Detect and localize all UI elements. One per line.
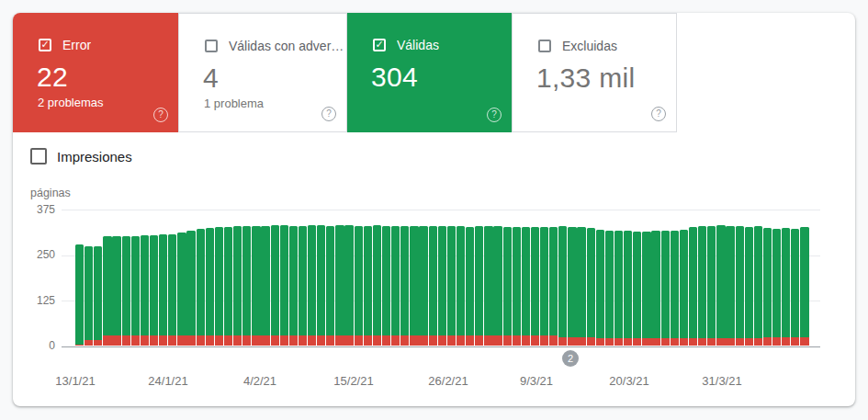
bar-error-segment[interactable] (466, 335, 474, 346)
bar-error-segment[interactable] (503, 335, 512, 346)
bar-error-segment[interactable] (186, 335, 195, 346)
bar-error-segment[interactable] (150, 335, 158, 346)
bar-valid-segment[interactable] (791, 229, 799, 338)
bar-valid-segment[interactable] (745, 227, 753, 338)
bar-valid-segment[interactable] (94, 246, 102, 340)
bar-valid-segment[interactable] (75, 244, 84, 345)
bar-valid-segment[interactable] (429, 226, 437, 335)
bar-valid-segment[interactable] (661, 231, 670, 338)
bar-error-segment[interactable] (159, 335, 167, 346)
checkbox-warning-icon[interactable] (205, 40, 218, 52)
bar-valid-segment[interactable] (614, 231, 623, 338)
status-card-excluded[interactable]: Excluidas 1,33 mil ? (512, 13, 677, 132)
bar-valid-segment[interactable] (122, 236, 130, 335)
bar-valid-segment[interactable] (596, 230, 604, 338)
bar-valid-segment[interactable] (410, 226, 418, 336)
help-icon[interactable]: ? (651, 107, 666, 121)
bar-valid-segment[interactable] (85, 246, 93, 340)
bar-valid-segment[interactable] (800, 227, 808, 337)
bar-valid-segment[interactable] (159, 234, 167, 335)
bar-error-segment[interactable] (75, 345, 84, 346)
bar-error-segment[interactable] (531, 335, 539, 346)
bar-valid-segment[interactable] (373, 225, 381, 335)
bar-error-segment[interactable] (689, 338, 697, 346)
bar-valid-segment[interactable] (466, 227, 474, 336)
bar-valid-segment[interactable] (642, 232, 650, 338)
bar-error-segment[interactable] (558, 337, 567, 346)
bar-error-segment[interactable] (326, 335, 334, 346)
bar-valid-segment[interactable] (671, 231, 679, 338)
bar-valid-segment[interactable] (484, 226, 492, 336)
bar-valid-segment[interactable] (438, 226, 446, 336)
bar-valid-segment[interactable] (689, 227, 697, 338)
bar-error-segment[interactable] (242, 335, 251, 346)
bar-error-segment[interactable] (642, 338, 650, 346)
bar-error-segment[interactable] (763, 337, 772, 346)
bar-valid-segment[interactable] (513, 227, 521, 335)
bar-valid-segment[interactable] (577, 227, 585, 337)
impressions-toggle[interactable]: Impresiones (30, 148, 132, 165)
bar-valid-segment[interactable] (624, 231, 632, 337)
bar-error-segment[interactable] (373, 335, 381, 346)
bar-valid-segment[interactable] (707, 226, 716, 338)
bar-valid-segment[interactable] (782, 228, 790, 337)
bar-error-segment[interactable] (596, 338, 604, 346)
bar-valid-segment[interactable] (763, 228, 772, 338)
bar-valid-segment[interactable] (716, 225, 725, 337)
bar-valid-segment[interactable] (335, 225, 344, 335)
bar-error-segment[interactable] (224, 335, 232, 346)
checkbox-valid-icon[interactable]: ✓ (373, 39, 386, 51)
bar-error-segment[interactable] (736, 338, 744, 346)
bar-valid-segment[interactable] (197, 229, 205, 335)
bar-error-segment[interactable] (493, 335, 502, 346)
bar-valid-segment[interactable] (326, 226, 334, 336)
bar-valid-segment[interactable] (633, 232, 641, 338)
bar-error-segment[interactable] (261, 335, 269, 346)
bar-valid-segment[interactable] (503, 227, 512, 336)
bar-error-segment[interactable] (513, 335, 521, 346)
bar-valid-segment[interactable] (299, 226, 307, 336)
bar-error-segment[interactable] (168, 335, 176, 346)
bar-valid-segment[interactable] (457, 226, 465, 335)
bar-valid-segment[interactable] (271, 225, 279, 335)
bar-valid-segment[interactable] (772, 229, 781, 338)
bar-error-segment[interactable] (680, 338, 688, 346)
bar-error-segment[interactable] (344, 335, 353, 346)
bar-error-segment[interactable] (800, 337, 808, 346)
bar-error-segment[interactable] (587, 337, 595, 346)
bar-valid-segment[interactable] (224, 227, 232, 335)
bar-error-segment[interactable] (661, 338, 670, 346)
bar-error-segment[interactable] (308, 335, 316, 346)
bar-error-segment[interactable] (112, 335, 120, 346)
bar-valid-segment[interactable] (736, 226, 744, 338)
bar-valid-segment[interactable] (698, 226, 706, 338)
bar-error-segment[interactable] (782, 337, 790, 346)
bar-error-segment[interactable] (698, 338, 706, 346)
bar-valid-segment[interactable] (447, 226, 456, 336)
bar-valid-segment[interactable] (558, 226, 567, 337)
bar-error-segment[interactable] (317, 335, 325, 346)
bar-error-segment[interactable] (707, 338, 716, 346)
bar-valid-segment[interactable] (391, 226, 400, 336)
bar-valid-segment[interactable] (103, 236, 111, 335)
bar-valid-segment[interactable] (261, 226, 269, 336)
bar-valid-segment[interactable] (364, 226, 372, 336)
bar-error-segment[interactable] (447, 335, 456, 346)
bar-error-segment[interactable] (177, 335, 186, 346)
bar-valid-segment[interactable] (568, 227, 576, 337)
bar-valid-segment[interactable] (419, 226, 427, 336)
bar-valid-segment[interactable] (131, 236, 140, 335)
bar-error-segment[interactable] (289, 335, 298, 346)
impressions-checkbox-icon[interactable] (30, 148, 47, 165)
bar-error-segment[interactable] (94, 340, 102, 346)
bar-valid-segment[interactable] (754, 226, 762, 338)
bar-error-segment[interactable] (522, 335, 530, 346)
bar-valid-segment[interactable] (605, 231, 614, 338)
status-card-valid[interactable]: ✓ Válidas 304 ? (347, 13, 512, 132)
bar-valid-segment[interactable] (587, 228, 595, 337)
bar-error-segment[interactable] (651, 338, 659, 346)
bar-error-segment[interactable] (410, 335, 418, 346)
bar-valid-segment[interactable] (206, 228, 214, 335)
bar-error-segment[interactable] (122, 335, 130, 346)
bar-valid-segment[interactable] (252, 226, 260, 336)
